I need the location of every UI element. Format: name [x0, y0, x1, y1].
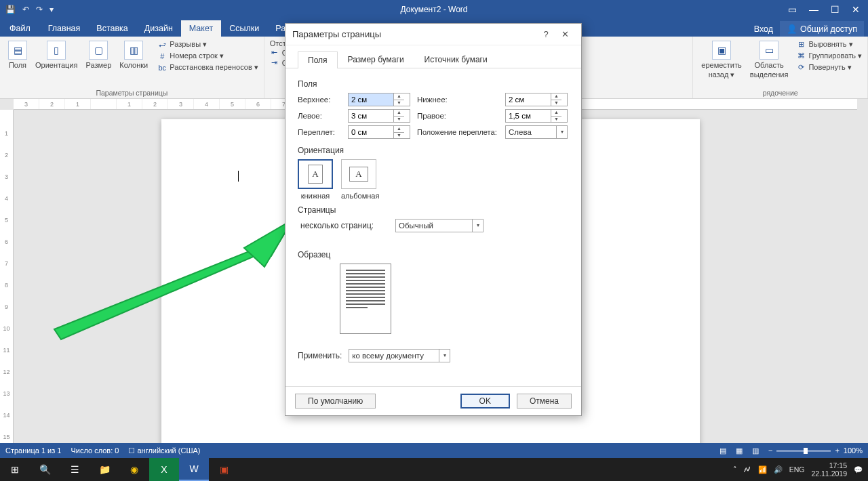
- status-page[interactable]: Страница 1 из 1: [5, 446, 61, 455]
- dialog-tab-paper[interactable]: Размер бумаги: [338, 51, 414, 68]
- page-setup-dialog: Параметры страницы ? ✕ Поля Размер бумаг…: [285, 23, 582, 416]
- bottom-margin-label: Нижнее:: [417, 96, 498, 104]
- document-title: Документ2 - Word: [400, 5, 467, 14]
- apply-to-label: Применить:: [298, 351, 342, 360]
- line-numbers-button[interactable]: #Номера строк ▾: [157, 51, 258, 61]
- windows-taskbar: ⊞ 🔍 ☰ 📁 ◉ X W ▣ ˄ 🗲 📶 🔊 ENG 17:1522.11.2…: [0, 458, 868, 481]
- minimize-icon[interactable]: —: [809, 4, 818, 15]
- section-margins: Поля: [298, 79, 569, 89]
- size-button[interactable]: ▢Размер: [83, 39, 114, 72]
- margins-button[interactable]: ▤Поля: [5, 39, 30, 72]
- share-label: Общий доступ: [800, 24, 857, 34]
- dialog-tab-margins[interactable]: Поля: [298, 51, 338, 68]
- zoom-slider[interactable]: [776, 450, 831, 452]
- multiple-pages-label: несколько страниц:: [300, 221, 386, 230]
- tray-language[interactable]: ENG: [789, 465, 805, 474]
- explorer-icon[interactable]: 📁: [90, 458, 119, 481]
- vertical-ruler[interactable]: 123456789101112131415: [0, 110, 14, 443]
- ok-button[interactable]: OK: [460, 394, 510, 409]
- tray-notifications-icon[interactable]: 💬: [854, 465, 863, 474]
- right-margin-input[interactable]: ▲▼: [505, 109, 568, 123]
- redo-icon[interactable]: ↷: [36, 5, 43, 14]
- chrome-icon[interactable]: ◉: [119, 458, 149, 481]
- section-preview: Образец: [298, 250, 569, 259]
- close-icon[interactable]: ✕: [852, 4, 860, 15]
- tab-design[interactable]: Дизайн: [136, 20, 181, 37]
- tray-volume-icon[interactable]: 🔊: [774, 465, 783, 474]
- dialog-help-icon[interactable]: ?: [536, 29, 555, 39]
- tab-file[interactable]: Файл: [0, 20, 40, 37]
- share-icon: 👤: [787, 24, 797, 34]
- text-cursor: [238, 171, 239, 182]
- top-margin-label: Верхнее:: [298, 96, 341, 104]
- quick-access-toolbar: 💾 ↶ ↷ ▾: [0, 5, 54, 14]
- apply-to-select[interactable]: ко всему документу▾: [349, 349, 450, 362]
- columns-button[interactable]: ▥Колонки: [117, 39, 151, 72]
- dialog-tab-source[interactable]: Источник бумаги: [414, 51, 498, 68]
- status-language[interactable]: ☐ английский (США): [128, 446, 200, 455]
- word-icon[interactable]: W: [179, 458, 209, 481]
- tab-layout[interactable]: Макет: [181, 20, 221, 37]
- share-button[interactable]: 👤 Общий доступ: [780, 21, 864, 37]
- cancel-button[interactable]: Отмена: [517, 394, 572, 409]
- view-web-icon[interactable]: ▥: [752, 446, 759, 455]
- search-icon[interactable]: 🔍: [30, 458, 60, 481]
- save-icon[interactable]: 💾: [5, 5, 16, 14]
- tray-clock[interactable]: 17:1522.11.2019: [811, 461, 847, 478]
- zoom-out-icon[interactable]: −: [768, 446, 772, 455]
- group-page-setup-label: Параметры страницы: [5, 87, 258, 97]
- gutter-pos-select[interactable]: Слева▾: [505, 125, 568, 139]
- section-orientation: Ориентация: [298, 146, 569, 155]
- dialog-close-icon[interactable]: ✕: [555, 29, 574, 39]
- multiple-pages-select[interactable]: Обычный▾: [395, 219, 484, 232]
- top-margin-input[interactable]: ▲▼: [348, 93, 410, 106]
- tray-chevron-icon[interactable]: ˄: [733, 465, 737, 474]
- rotate-button[interactable]: ⟳Повернуть ▾: [796, 62, 862, 72]
- default-button[interactable]: По умолчанию: [295, 394, 376, 409]
- tab-references[interactable]: Ссылки: [221, 20, 267, 37]
- orientation-landscape[interactable]: альбомная: [341, 159, 379, 200]
- task-view-icon[interactable]: ☰: [60, 458, 90, 481]
- right-margin-label: Правое:: [417, 112, 498, 120]
- title-bar: 💾 ↶ ↷ ▾ Документ2 - Word ▭ — ☐ ✕: [0, 0, 868, 19]
- view-print-icon[interactable]: ▦: [736, 446, 743, 455]
- status-word-count[interactable]: Число слов: 0: [71, 446, 119, 455]
- gutter-input[interactable]: ▲▼: [348, 125, 410, 139]
- breaks-button[interactable]: ⮐Разрывы ▾: [157, 39, 258, 49]
- tray-battery-icon[interactable]: 🗲: [744, 465, 751, 474]
- portrait-label: книжная: [298, 192, 333, 200]
- excel-icon[interactable]: X: [149, 458, 179, 481]
- gutter-label: Переплет:: [298, 128, 341, 136]
- selection-pane-button[interactable]: ▭Областьвыделения: [747, 39, 791, 81]
- group-arrange-label: рядочение: [698, 87, 862, 97]
- window-buttons: ▭ — ☐ ✕: [788, 4, 868, 15]
- align-button[interactable]: ⊞Выровнять ▾: [796, 39, 862, 49]
- qat-more-icon[interactable]: ▾: [50, 5, 54, 14]
- powerpoint-icon[interactable]: ▣: [209, 458, 239, 481]
- landscape-label: альбомная: [341, 192, 379, 200]
- zoom-in-icon[interactable]: +: [835, 446, 839, 455]
- send-backward-button[interactable]: ▣ереместитьназад ▾: [698, 39, 745, 81]
- dialog-title: Параметры страницы: [292, 29, 536, 39]
- status-bar: Страница 1 из 1 Число слов: 0 ☐ английск…: [0, 443, 868, 458]
- ribbon-options-icon[interactable]: ▭: [788, 4, 797, 15]
- start-button[interactable]: ⊞: [0, 458, 30, 481]
- signin-button[interactable]: Вход: [749, 22, 778, 37]
- hyphenation-button[interactable]: bcРасстановка переносов ▾: [157, 62, 258, 72]
- group-button[interactable]: ⌘Группировать ▾: [796, 51, 862, 61]
- undo-icon[interactable]: ↶: [22, 5, 29, 14]
- left-margin-label: Левое:: [298, 112, 341, 120]
- orientation-button[interactable]: ▯Ориентация: [33, 39, 80, 72]
- section-pages: Страницы: [298, 205, 569, 215]
- tab-home[interactable]: Главная: [40, 20, 89, 37]
- bottom-margin-input[interactable]: ▲▼: [505, 93, 568, 106]
- preview-thumbnail: [340, 264, 391, 334]
- tab-insert[interactable]: Вставка: [88, 20, 136, 37]
- left-margin-input[interactable]: ▲▼: [348, 109, 410, 123]
- maximize-icon[interactable]: ☐: [831, 4, 840, 15]
- tray-wifi-icon[interactable]: 📶: [758, 465, 767, 474]
- zoom-value[interactable]: 100%: [844, 446, 863, 455]
- gutter-pos-label: Положение переплета:: [417, 128, 498, 136]
- view-read-icon[interactable]: ▤: [719, 446, 726, 455]
- orientation-portrait[interactable]: книжная: [298, 159, 333, 200]
